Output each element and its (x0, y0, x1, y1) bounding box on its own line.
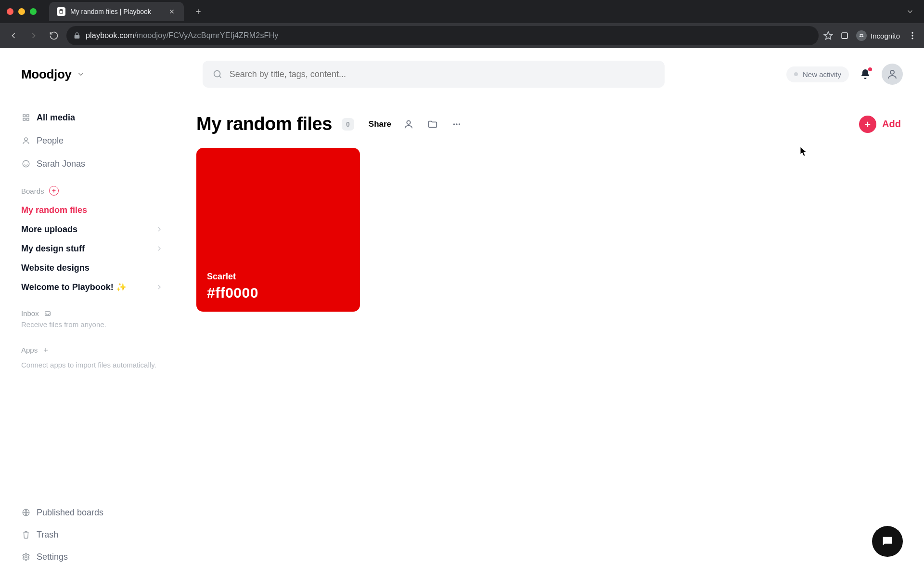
chevron-right-icon (155, 245, 163, 252)
sidebar: All media People Sarah Jonas Boa (0, 100, 173, 578)
svg-point-19 (25, 556, 27, 558)
sidebar-board-item[interactable]: Welcome to Playbook! ✨ (21, 277, 163, 297)
sidebar-item-label: Settings (37, 552, 68, 562)
browser-tab[interactable]: My random files | Playbook (49, 2, 184, 21)
apps-label[interactable]: Apps (21, 346, 38, 354)
new-tab-button[interactable] (192, 5, 205, 18)
chevron-down-icon (77, 70, 85, 79)
gear-icon (21, 552, 31, 561)
svg-point-2 (860, 35, 861, 37)
incognito-label: Incognito (871, 32, 900, 40)
nav-back-button[interactable] (6, 28, 21, 43)
add-button-label: Add (882, 118, 901, 130)
color-card[interactable]: Scarlet#ff0000 (196, 148, 360, 312)
workspace-switcher[interactable]: Moodjoy (21, 67, 85, 82)
add-button[interactable]: Add (859, 116, 901, 133)
app: Moodjoy New activity (0, 48, 924, 578)
incognito-indicator[interactable]: Incognito (856, 30, 900, 41)
plus-icon (859, 116, 876, 133)
sidebar-item-trash[interactable]: Trash (21, 525, 163, 544)
svg-point-7 (214, 71, 220, 77)
sidebar-item-people[interactable]: People (21, 131, 163, 150)
boards-section-label: Boards (21, 187, 44, 195)
chat-fab[interactable] (872, 526, 903, 557)
person-icon (21, 136, 31, 145)
titlebar: My random files | Playbook (0, 0, 924, 23)
incognito-icon (856, 30, 867, 41)
mouse-cursor-icon (800, 146, 808, 157)
svg-point-3 (862, 35, 864, 37)
svg-rect-9 (23, 115, 26, 117)
svg-rect-1 (842, 33, 847, 39)
sidebar-board-item[interactable]: More uploads (21, 220, 163, 239)
sidebar-item-published[interactable]: Published boards (21, 503, 163, 522)
tab-close-icon[interactable] (167, 7, 176, 16)
window-minimize-button[interactable] (18, 8, 25, 15)
url-host: playbook.com (86, 31, 134, 39)
page-title: My random files (196, 114, 332, 134)
inbox-label[interactable]: Inbox (21, 309, 39, 317)
address-url: playbook.com/moodjoy/FCVyAzcBqmrYEfj4ZRM… (86, 31, 279, 40)
window-controls (7, 8, 37, 15)
sidebar-item-label: All media (37, 113, 75, 123)
search-input[interactable] (230, 69, 655, 79)
extensions-icon[interactable] (840, 31, 849, 40)
notifications-button[interactable] (860, 68, 871, 80)
add-board-button[interactable] (49, 186, 59, 196)
board-item-label: More uploads (21, 224, 77, 235)
url-path: /moodjoy/FCVyAzcBqmrYEfj4ZRM2sFHy (134, 31, 278, 39)
sidebar-item-user[interactable]: Sarah Jonas (21, 154, 163, 173)
sidebar-item-label: Trash (37, 530, 58, 540)
activity-dot-icon (794, 72, 798, 76)
window-zoom-button[interactable] (30, 8, 37, 15)
sidebar-item-label: People (37, 136, 64, 146)
tab-favicon-icon (57, 7, 65, 16)
tabs-overflow-icon[interactable] (906, 7, 914, 16)
inbox-tray-icon (44, 310, 51, 317)
invite-person-icon[interactable] (402, 118, 415, 131)
item-count-badge: 0 (342, 118, 354, 131)
svg-point-23 (459, 123, 460, 125)
svg-point-4 (911, 32, 913, 34)
apps-subtitle: Connect apps to import files automatical… (21, 361, 163, 369)
sidebar-board-item[interactable]: Website designs (21, 258, 163, 277)
window-close-button[interactable] (7, 8, 13, 15)
notification-badge-icon (868, 67, 872, 71)
sidebar-item-settings[interactable]: Settings (21, 547, 163, 566)
board-item-label: Welcome to Playbook! ✨ (21, 282, 127, 292)
sidebar-section-boards: Boards My random filesMore uploadsMy des… (21, 186, 163, 297)
nav-reload-button[interactable] (46, 28, 62, 43)
svg-rect-11 (23, 118, 26, 121)
more-options-icon[interactable] (450, 118, 463, 131)
sidebar-board-item[interactable]: My design stuff (21, 239, 163, 258)
sidebar-item-all-media[interactable]: All media (21, 108, 163, 127)
svg-point-6 (911, 38, 913, 39)
browser-menu-button[interactable] (907, 31, 918, 40)
add-app-button[interactable] (42, 347, 49, 354)
search-bar[interactable] (203, 61, 665, 88)
sidebar-section-apps: Apps (21, 346, 163, 354)
content: My random files 0 Share (173, 100, 924, 578)
avatar-button[interactable] (882, 64, 903, 85)
bookmark-star-icon[interactable] (823, 31, 833, 40)
search-icon (212, 69, 223, 79)
sidebar-board-item[interactable]: My random files (21, 200, 163, 220)
inbox-subtitle: Receive files from anyone. (21, 320, 163, 328)
address-bar[interactable]: playbook.com/moodjoy/FCVyAzcBqmrYEfj4ZRM… (66, 26, 819, 45)
browser-chrome: My random files | Playbook playbo (0, 0, 924, 48)
svg-point-8 (890, 70, 894, 74)
nav-forward-button[interactable] (26, 28, 41, 43)
sidebar-item-label: Sarah Jonas (37, 159, 85, 169)
page-header: My random files 0 Share (196, 114, 901, 134)
svg-point-22 (456, 123, 457, 125)
share-button[interactable]: Share (369, 119, 391, 129)
color-card-name: Scarlet (207, 272, 349, 282)
new-activity-pill[interactable]: New activity (786, 66, 849, 82)
move-folder-icon[interactable] (426, 118, 439, 131)
board-item-label: My design stuff (21, 244, 85, 254)
new-activity-label: New activity (803, 70, 841, 79)
app-header: Moodjoy New activity (0, 48, 924, 100)
board-item-label: Website designs (21, 263, 90, 273)
svg-rect-10 (27, 115, 29, 117)
workspace-name: Moodjoy (21, 67, 72, 82)
